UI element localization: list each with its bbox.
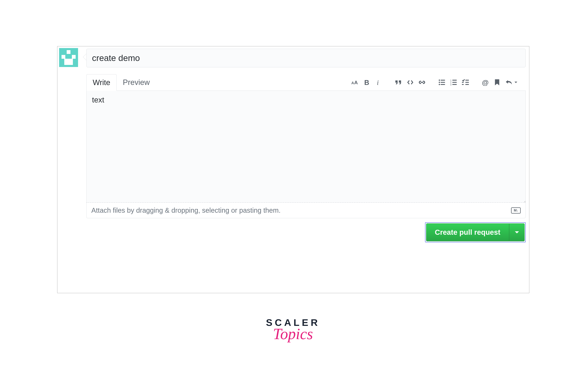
svg-text:i: i bbox=[377, 79, 379, 86]
svg-rect-20 bbox=[465, 84, 469, 85]
svg-rect-7 bbox=[441, 82, 445, 83]
tab-preview[interactable]: Preview bbox=[117, 74, 156, 90]
reply-icon[interactable] bbox=[505, 78, 513, 86]
svg-point-8 bbox=[439, 84, 440, 85]
unordered-list-icon[interactable] bbox=[438, 78, 446, 86]
italic-icon[interactable]: i bbox=[375, 78, 382, 86]
markdown-help-icon[interactable]: M↓ bbox=[511, 207, 521, 214]
svg-text:A: A bbox=[351, 81, 354, 85]
svg-text:@: @ bbox=[482, 79, 489, 86]
svg-rect-16 bbox=[465, 80, 469, 80]
heading-icon[interactable]: AA bbox=[351, 78, 359, 86]
user-avatar bbox=[59, 48, 78, 67]
svg-rect-18 bbox=[465, 82, 469, 83]
svg-text:A: A bbox=[354, 80, 358, 85]
bold-icon[interactable]: B bbox=[363, 78, 371, 86]
create-pr-button-group: Create pull request bbox=[425, 222, 526, 242]
speech-bubble-tail bbox=[83, 53, 87, 61]
svg-rect-19 bbox=[462, 84, 464, 85]
svg-text:3: 3 bbox=[450, 84, 451, 86]
svg-point-6 bbox=[439, 82, 440, 83]
svg-rect-9 bbox=[441, 84, 445, 85]
bookmark-icon[interactable] bbox=[493, 78, 501, 86]
reply-dropdown-caret[interactable] bbox=[514, 78, 517, 86]
ordered-list-icon[interactable]: 123 bbox=[450, 78, 457, 86]
form-actions: Create pull request bbox=[86, 222, 526, 242]
svg-text:B: B bbox=[364, 79, 369, 86]
attach-hint-text: Attach files by dragging & dropping, sel… bbox=[91, 206, 281, 214]
svg-rect-11 bbox=[452, 80, 457, 80]
pr-title-input[interactable] bbox=[86, 49, 526, 67]
svg-point-4 bbox=[439, 80, 440, 81]
svg-rect-13 bbox=[452, 82, 457, 83]
task-list-icon[interactable] bbox=[462, 78, 469, 86]
tab-write[interactable]: Write bbox=[86, 74, 117, 91]
editor-tabbar: Write Preview AA B i bbox=[86, 74, 526, 91]
create-pull-request-button[interactable]: Create pull request bbox=[426, 224, 509, 241]
attach-files-row[interactable]: Attach files by dragging & dropping, sel… bbox=[87, 204, 525, 218]
svg-rect-17 bbox=[462, 82, 464, 83]
pr-form-panel: Write Preview AA B i bbox=[57, 46, 529, 293]
svg-rect-15 bbox=[452, 84, 457, 85]
create-pull-request-dropdown[interactable] bbox=[509, 224, 525, 241]
brand-line-2: Topics bbox=[266, 325, 320, 343]
comment-box: Attach files by dragging & dropping, sel… bbox=[86, 91, 526, 218]
link-icon[interactable] bbox=[418, 78, 426, 86]
code-icon[interactable] bbox=[406, 78, 414, 86]
svg-rect-5 bbox=[441, 80, 445, 80]
pr-body-textarea[interactable] bbox=[87, 91, 525, 203]
quote-icon[interactable] bbox=[395, 78, 402, 86]
scaler-topics-logo: SCALER Topics bbox=[266, 317, 320, 343]
markdown-toolbar: AA B i bbox=[345, 74, 526, 90]
mention-icon[interactable]: @ bbox=[482, 78, 489, 86]
